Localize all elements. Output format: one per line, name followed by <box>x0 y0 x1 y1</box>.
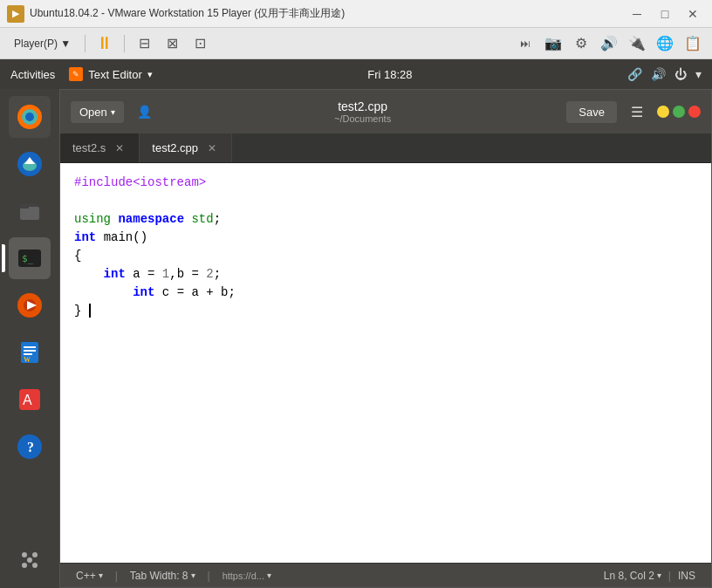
save-button[interactable]: Save <box>566 101 617 123</box>
svg-point-25 <box>32 552 38 557</box>
close-button[interactable] <box>688 106 701 118</box>
gedit-filepath: ~/Documents <box>166 113 560 124</box>
help-toolbar-button[interactable]: 📋 <box>681 33 705 54</box>
sidebar-item-terminal[interactable]: $_ <box>9 237 51 279</box>
settings-button[interactable]: ⚙ <box>569 33 593 54</box>
tab-test2-cpp[interactable]: test2.cpp ✕ <box>140 133 232 162</box>
help-icon: ? <box>16 433 44 461</box>
show-apps-icon <box>16 546 44 574</box>
svg-point-26 <box>22 563 27 568</box>
code-line-4: int main() <box>74 229 697 247</box>
vmware-minimize-button[interactable]: ─ <box>625 4 649 24</box>
sidebar: $_ W A <box>0 89 59 588</box>
tab-test2-s[interactable]: test2.s ✕ <box>60 133 140 162</box>
activities-button[interactable]: Activities <box>10 68 55 81</box>
status-bar: C++ ▾ | Tab Width: 8 ▾ | https://d... ▾ … <box>60 563 711 587</box>
sidebar-item-help[interactable]: ? <box>9 426 51 468</box>
vmware-toolbar: Player(P) ▼ ⏸ ⊟ ⊠ ⊡ ⏭ 📷 ⚙ 🔊 🔌 🌐 📋 <box>0 28 712 59</box>
code-line-7: int c = a + b; <box>74 284 697 302</box>
unity-button[interactable]: ⊡ <box>188 33 212 54</box>
pause-button[interactable]: ⏸ <box>92 33 117 54</box>
language-selector[interactable]: C++ ▾ <box>71 568 108 584</box>
ubuntu-app-name: ✎ Text Editor ▾ <box>69 67 152 81</box>
rhythmbox-icon <box>16 291 44 319</box>
tab-close-test2-s[interactable]: ✕ <box>113 142 127 154</box>
libreoffice-writer-icon: W <box>16 338 44 366</box>
position-url[interactable]: https://d... ▾ <box>217 569 277 583</box>
svg-point-27 <box>32 563 38 568</box>
code-line-1: #include<iostream> <box>74 174 697 192</box>
svg-rect-18 <box>24 353 32 355</box>
open-button[interactable]: Open ▾ <box>71 101 124 123</box>
fit-window-button[interactable]: ⊠ <box>160 33 184 54</box>
sidebar-item-files[interactable] <box>9 190 51 232</box>
snapshot-button[interactable]: 📷 <box>541 33 565 54</box>
gedit-window-controls <box>657 106 701 118</box>
svg-point-28 <box>27 557 32 563</box>
svg-rect-16 <box>24 346 36 348</box>
terminal-icon: $_ <box>16 244 44 272</box>
code-line-6: int a = 1,b = 2; <box>74 265 697 284</box>
network-tray-icon[interactable]: 🔗 <box>627 67 642 81</box>
files-icon <box>16 197 44 225</box>
sidebar-item-ubuntu-software[interactable]: A <box>9 379 51 420</box>
send-ctrl-alt-del-button[interactable]: ⊟ <box>132 33 156 54</box>
firefox-icon <box>16 103 44 131</box>
forward-button[interactable]: ⏭ <box>513 33 537 54</box>
thunderbird-icon <box>16 150 44 178</box>
svg-text:$_: $_ <box>22 253 34 264</box>
svg-point-2 <box>25 113 34 121</box>
ubuntu-app-label[interactable]: Text Editor <box>88 68 141 81</box>
ubuntu-software-icon: A <box>16 386 44 414</box>
sidebar-item-thunderbird[interactable] <box>9 143 51 185</box>
svg-rect-17 <box>24 350 36 352</box>
volume-tray-icon[interactable]: 🔊 <box>651 67 666 81</box>
power-tray-icon[interactable]: ⏻ <box>674 67 687 81</box>
minimize-button[interactable] <box>657 106 669 118</box>
gedit-title-area: test2.cpp ~/Documents <box>166 99 560 124</box>
code-line-3: using namespace std; <box>74 210 697 229</box>
sidebar-item-libreoffice-writer[interactable]: W <box>9 332 51 373</box>
tabs-bar: test2.s ✕ test2.cpp ✕ <box>60 133 711 163</box>
ubuntu-tray: 🔗 🔊 ⏻ ▾ <box>627 67 702 81</box>
usb-button[interactable]: 🔌 <box>625 33 649 54</box>
gedit-window: Open ▾ 👤 test2.cpp ~/Documents Save ☰ te… <box>59 89 712 588</box>
ubuntu-clock: Fri 18:28 <box>153 68 627 81</box>
sidebar-item-rhythmbox[interactable] <box>9 284 51 326</box>
svg-text:?: ? <box>27 440 34 455</box>
tab-close-test2-cpp[interactable]: ✕ <box>205 142 219 154</box>
svg-point-24 <box>22 552 27 557</box>
vmware-window-controls: ─ □ ✕ <box>625 4 705 24</box>
ins-indicator[interactable]: INS <box>673 568 701 584</box>
sidebar-item-show-apps[interactable] <box>9 539 51 581</box>
vmware-logo: ▶ <box>7 5 24 23</box>
vmware-close-button[interactable]: ✕ <box>681 4 705 24</box>
toolbar-separator <box>85 35 86 52</box>
code-line-5: { <box>74 247 697 265</box>
svg-text:W: W <box>24 356 31 364</box>
gedit-filename: test2.cpp <box>166 99 560 113</box>
tray-arrow-icon[interactable]: ▾ <box>695 67 702 81</box>
svg-text:A: A <box>23 393 32 407</box>
gedit-headerbar: Open ▾ 👤 test2.cpp ~/Documents Save ☰ <box>60 90 711 133</box>
editor-area[interactable]: #include<iostream> using namespace std; … <box>60 163 711 563</box>
vmware-title: Ubuntu18.04.2 - VMware Workstation 15 Pl… <box>30 6 625 21</box>
text-editor-icon: ✎ <box>69 67 83 81</box>
svg-rect-8 <box>20 204 29 209</box>
network-button[interactable]: 🌐 <box>653 33 677 54</box>
hamburger-menu-button[interactable]: ☰ <box>624 100 650 124</box>
main-area: $_ W A <box>0 89 712 588</box>
toolbar-separator2 <box>124 35 125 52</box>
sidebar-item-firefox[interactable] <box>9 96 51 138</box>
maximize-button[interactable] <box>673 106 685 118</box>
line-col-indicator[interactable]: Ln 8, Col 2 ▾ <box>599 568 667 584</box>
player-menu-button[interactable]: Player(P) ▼ <box>7 36 78 51</box>
new-tab-button[interactable]: 👤 <box>131 98 159 126</box>
tab-width-selector[interactable]: Tab Width: 8 ▾ <box>125 568 201 584</box>
status-right: Ln 8, Col 2 ▾ | INS <box>599 568 701 584</box>
svg-rect-7 <box>20 207 39 220</box>
ubuntu-topbar: Activities ✎ Text Editor ▾ Fri 18:28 🔗 🔊… <box>0 59 712 89</box>
volume-button[interactable]: 🔊 <box>597 33 621 54</box>
vmware-restore-button[interactable]: □ <box>653 4 677 24</box>
code-line-2 <box>74 192 697 210</box>
